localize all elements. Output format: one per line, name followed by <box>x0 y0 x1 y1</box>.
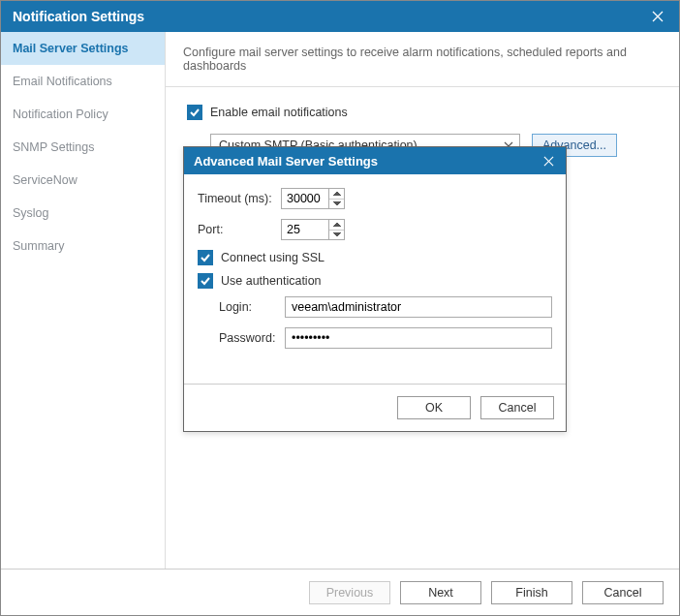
enable-email-checkbox[interactable] <box>187 105 202 120</box>
enable-email-label: Enable email notifications <box>210 106 348 119</box>
wizard-cancel-button[interactable]: Cancel <box>582 581 664 604</box>
svg-marker-7 <box>333 232 341 236</box>
titlebar: Notification Settings <box>1 1 679 32</box>
svg-marker-4 <box>333 192 341 196</box>
sidebar-item-label: Syslog <box>13 206 49 220</box>
timeout-stepper <box>328 189 344 208</box>
login-label: Login: <box>219 300 285 314</box>
password-label: Password: <box>219 331 285 345</box>
sidebar: Mail Server Settings Email Notifications… <box>1 32 166 569</box>
svg-marker-5 <box>333 201 341 205</box>
timeout-row: Timeout (ms): <box>198 188 552 209</box>
ssl-label: Connect using SSL <box>221 251 325 264</box>
main-panel: Configure mail server settings to receiv… <box>166 32 679 569</box>
timeout-step-up[interactable] <box>329 189 344 200</box>
sidebar-item-email-notifications[interactable]: Email Notifications <box>1 65 165 98</box>
cancel-button-label: Cancel <box>499 401 537 415</box>
login-input[interactable] <box>285 296 552 318</box>
port-input[interactable] <box>282 220 328 239</box>
previous-button-label: Previous <box>326 586 374 600</box>
port-label: Port: <box>198 223 281 236</box>
finish-button[interactable]: Finish <box>491 581 572 604</box>
previous-button: Previous <box>309 581 390 604</box>
wizard-footer: Previous Next Finish Cancel <box>1 569 679 615</box>
password-input[interactable] <box>285 327 552 349</box>
dialog-title: Advanced Mail Server Settings <box>194 154 378 169</box>
window-title: Notification Settings <box>13 9 144 24</box>
body-area: Mail Server Settings Email Notifications… <box>1 32 679 569</box>
advanced-mail-server-dialog: Advanced Mail Server Settings Timeout (m… <box>183 146 567 432</box>
sidebar-item-notification-policy[interactable]: Notification Policy <box>1 98 165 131</box>
dialog-footer: OK Cancel <box>184 384 566 431</box>
ssl-row: Connect using SSL <box>198 250 552 265</box>
port-stepper <box>328 220 344 239</box>
sidebar-item-syslog[interactable]: Syslog <box>1 197 165 230</box>
cancel-button[interactable]: Cancel <box>480 396 554 419</box>
port-step-down[interactable] <box>329 231 344 240</box>
sidebar-item-label: Email Notifications <box>13 75 112 88</box>
auth-label: Use authentication <box>221 274 322 288</box>
dialog-body: Timeout (ms): Port: <box>184 174 566 384</box>
port-step-up[interactable] <box>329 220 344 231</box>
finish-button-label: Finish <box>515 586 547 600</box>
password-row: Password: <box>219 327 552 349</box>
auth-fields: Login: Password: <box>219 296 552 349</box>
sidebar-item-label: Notification Policy <box>13 108 108 121</box>
sidebar-item-label: ServiceNow <box>13 173 77 187</box>
login-row: Login: <box>219 296 552 318</box>
sidebar-item-label: Summary <box>13 239 64 253</box>
dialog-close-icon[interactable] <box>539 151 558 170</box>
sidebar-item-summary[interactable]: Summary <box>1 230 165 262</box>
sidebar-item-servicenow[interactable]: ServiceNow <box>1 164 165 197</box>
dialog-titlebar: Advanced Mail Server Settings <box>184 147 566 174</box>
next-button-label: Next <box>428 586 453 600</box>
auth-row: Use authentication <box>198 273 552 289</box>
next-button[interactable]: Next <box>400 581 481 604</box>
page-description: Configure mail server settings to receiv… <box>166 32 679 87</box>
close-icon[interactable] <box>646 5 669 28</box>
ssl-checkbox[interactable] <box>198 250 213 265</box>
timeout-step-down[interactable] <box>329 200 344 209</box>
notification-settings-window: Notification Settings Mail Server Settin… <box>0 0 680 616</box>
ok-button-label: OK <box>425 401 443 415</box>
ok-button[interactable]: OK <box>397 396 471 419</box>
sidebar-item-mail-server-settings[interactable]: Mail Server Settings <box>1 32 165 65</box>
sidebar-item-label: Mail Server Settings <box>13 42 129 55</box>
timeout-label: Timeout (ms): <box>198 192 281 205</box>
wizard-cancel-button-label: Cancel <box>604 586 642 600</box>
sidebar-item-label: SNMP Settings <box>13 140 95 154</box>
timeout-input[interactable] <box>282 189 328 208</box>
svg-marker-6 <box>333 223 341 227</box>
sidebar-item-snmp-settings[interactable]: SNMP Settings <box>1 131 165 164</box>
port-row: Port: <box>198 219 552 240</box>
timeout-spinner <box>281 188 345 209</box>
auth-checkbox[interactable] <box>198 273 213 289</box>
enable-email-row: Enable email notifications <box>187 105 658 120</box>
port-spinner <box>281 219 345 240</box>
